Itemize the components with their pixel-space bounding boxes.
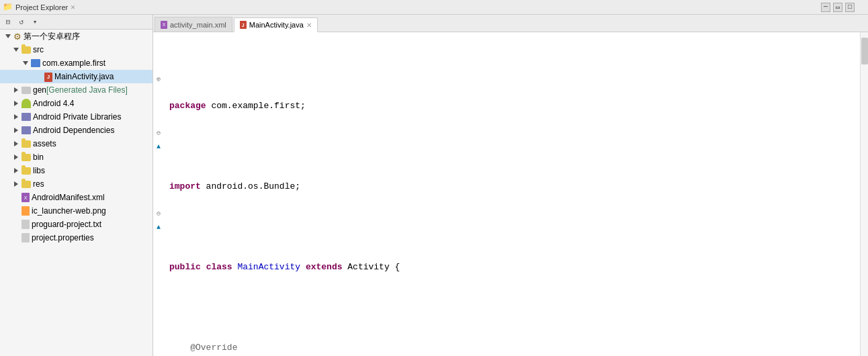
tree-item-android-dep[interactable]: Android Dependencies (0, 124, 153, 137)
tree-item-launcher[interactable]: ic_launcher-web.png (0, 204, 153, 218)
fold-column: ⊕ ⊖ ▲ ⊖ ▲ (153, 32, 164, 356)
fold-marker-14[interactable]: ⊖ (153, 207, 164, 220)
main-layout: ⊟ ↺ ▾ ⚙ 第一个安卓程序 src com.example.first J … (0, 15, 868, 356)
project-explorer-panel: ⊟ ↺ ▾ ⚙ 第一个安卓程序 src com.example.first J … (0, 15, 153, 356)
restore-button[interactable]: ▭ (833, 3, 842, 12)
tree-item-private-libs[interactable]: Android Private Libraries (0, 110, 153, 124)
tab-mainactivity-java[interactable]: J MainActivity.java ✕ (234, 17, 318, 32)
tree-item-libs[interactable]: libs (0, 164, 153, 177)
tree-item-android44[interactable]: Android 4.4 (0, 97, 153, 110)
collapse-all-icon[interactable]: ⊟ (3, 17, 13, 28)
vertical-scrollbar[interactable] (860, 32, 868, 356)
tree-label-package: com.example.first (42, 58, 105, 68)
fold-marker-5 (153, 86, 164, 99)
minimize-button[interactable]: ─ (821, 3, 830, 12)
png-icon-launcher (21, 206, 30, 216)
tree-item-manifest[interactable]: X AndroidManifest.xml (0, 191, 153, 204)
code-lines[interactable]: package com.example.first; import androi… (164, 32, 860, 356)
tree-item-proguard[interactable]: proguard-project.txt (0, 218, 153, 231)
text-icon-proguard (21, 220, 30, 229)
fold-marker-9[interactable]: ▲ (153, 140, 164, 153)
tree-label-assets: assets (33, 139, 56, 148)
folder-icon-libs (21, 167, 31, 175)
maximize-button[interactable]: □ (845, 3, 855, 12)
fold-marker-8[interactable]: ⊖ (153, 126, 164, 140)
fold-marker-1 (153, 32, 164, 46)
tab-label-activity-main: activity_main.xml (170, 21, 226, 29)
expand-icon (3, 31, 13, 42)
code-line-6 (169, 301, 860, 314)
java-tab-icon: J (240, 21, 247, 29)
tab-label-mainactivity: MainActivity.java (249, 21, 304, 29)
fold-marker-10 (153, 153, 164, 167)
fold-marker-18 (153, 261, 164, 274)
text-icon-properties (21, 233, 30, 242)
window-separator: ✕ (71, 3, 75, 11)
fold-marker-19 (153, 274, 164, 287)
sync-icon[interactable]: ↺ (16, 17, 27, 28)
code-line-7: @Override (169, 341, 860, 355)
fold-marker-4[interactable]: ⊕ (153, 73, 164, 86)
code-line-3: import android.os.Bundle; (169, 180, 860, 193)
tree-label-private-libs: Android Private Libraries (33, 112, 121, 122)
tree-item-res[interactable]: res (0, 177, 153, 191)
expand-icon-gen (11, 85, 21, 95)
expand-icon-main (34, 71, 44, 82)
expand-icon-assets (11, 138, 21, 149)
expand-icon-libs (11, 165, 21, 176)
tree-label-launcher: ic_launcher-web.png (32, 206, 106, 216)
code-line-2 (169, 140, 860, 153)
fold-marker-6 (153, 99, 164, 113)
fold-marker-11 (153, 167, 164, 180)
android-icon (21, 99, 31, 108)
tree-label-manifest: AndroidManifest.xml (32, 193, 105, 202)
tree-item-package[interactable]: com.example.first (0, 56, 153, 70)
tab-close-button[interactable]: ✕ (306, 21, 312, 29)
tab-activity-main-xml[interactable]: X activity_main.xml (155, 17, 232, 32)
tree-label-android-dep: Android Dependencies (33, 126, 114, 135)
code-line-4 (169, 220, 860, 234)
tree-label-gen: gen (33, 85, 46, 95)
window-controls: ─ ▭ □ (821, 3, 865, 12)
expand-icon-manifest (11, 192, 21, 203)
scroll-thumb[interactable] (861, 38, 868, 64)
fold-marker-12 (153, 180, 164, 193)
expand-icon-bin (11, 152, 21, 163)
xml-icon-manifest: X (21, 193, 30, 202)
tree-item-assets[interactable]: assets (0, 137, 153, 150)
tree-item-mainactivity[interactable]: J MainActivity.java (0, 70, 153, 83)
expand-icon-pkg (20, 58, 31, 69)
fold-marker-21 (153, 301, 164, 314)
fold-marker-17 (153, 247, 164, 261)
tree-label-libs: libs (33, 166, 45, 175)
folder-icon-bin (21, 154, 31, 161)
code-editor[interactable]: ⊕ ⊖ ▲ ⊖ ▲ (153, 32, 868, 356)
expand-icon-android (11, 98, 21, 109)
tree-label-src: src (33, 45, 44, 54)
folder-icon-src (21, 46, 31, 54)
tree-item-bin[interactable]: bin (0, 150, 153, 164)
menu-icon[interactable]: ▾ (30, 17, 40, 28)
tree-item-gen[interactable]: gen [Generated Java Files] (0, 83, 153, 97)
project-icon: ⚙ (13, 32, 21, 42)
java-file-icon: J (44, 71, 52, 82)
expand-icon-src (11, 44, 21, 55)
tree-item-properties[interactable]: project.properties (0, 231, 153, 244)
fold-marker-15[interactable]: ▲ (153, 220, 164, 234)
lib-icon-dep (21, 126, 31, 134)
window-title-bar: 📁 Project Explorer ✕ ─ ▭ □ (0, 0, 868, 15)
fold-marker-2 (153, 46, 164, 59)
tree-label-properties: project.properties (32, 233, 94, 242)
code-line-5: public class MainActivity extends Activi… (169, 261, 860, 274)
editor-area: X activity_main.xml J MainActivity.java … (153, 15, 868, 356)
expand-icon-res (11, 179, 21, 189)
tab-bar: X activity_main.xml J MainActivity.java … (153, 15, 868, 32)
tree-label-mainactivity: MainActivity.java (54, 72, 114, 81)
tree-item-project[interactable]: ⚙ 第一个安卓程序 (0, 30, 153, 43)
xml-tab-icon: X (161, 21, 167, 29)
code-line-1: package com.example.first; (169, 99, 860, 113)
code-content: ⊕ ⊖ ▲ ⊖ ▲ (153, 32, 868, 356)
expand-icon-props (11, 232, 21, 243)
tree-item-src[interactable]: src (0, 43, 153, 56)
fold-marker-3 (153, 59, 164, 73)
